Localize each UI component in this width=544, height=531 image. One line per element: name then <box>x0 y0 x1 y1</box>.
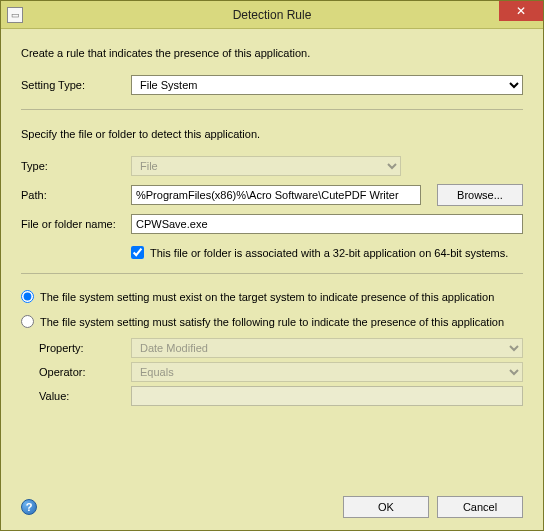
type-row: Type: File <box>21 156 523 176</box>
radio-rule-label: The file system setting must satisfy the… <box>40 316 504 328</box>
browse-button[interactable]: Browse... <box>437 184 523 206</box>
intro-text: Create a rule that indicates the presenc… <box>21 47 523 59</box>
radio-exist[interactable] <box>21 290 34 303</box>
radio-exist-label: The file system setting must exist on th… <box>40 291 494 303</box>
assoc-32bit-label: This file or folder is associated with a… <box>150 247 508 259</box>
value-input <box>131 386 523 406</box>
filename-row: File or folder name: <box>21 214 523 234</box>
close-icon: ✕ <box>516 4 526 18</box>
setting-type-label: Setting Type: <box>21 79 131 91</box>
operator-row: Operator: Equals <box>39 362 523 382</box>
property-label: Property: <box>39 342 131 354</box>
separator-2 <box>21 273 523 274</box>
value-label: Value: <box>39 390 131 402</box>
titlebar: ▭ Detection Rule ✕ <box>1 1 543 29</box>
radio-rule[interactable] <box>21 315 34 328</box>
client-area: Create a rule that indicates the presenc… <box>1 29 543 530</box>
property-select: Date Modified <box>131 338 523 358</box>
separator-1 <box>21 109 523 110</box>
specify-text: Specify the file or folder to detect thi… <box>21 128 523 140</box>
cancel-button[interactable]: Cancel <box>437 496 523 518</box>
path-input[interactable] <box>131 185 421 205</box>
window-title: Detection Rule <box>1 8 543 22</box>
close-button[interactable]: ✕ <box>499 1 543 21</box>
property-row: Property: Date Modified <box>39 338 523 358</box>
type-label: Type: <box>21 160 131 172</box>
operator-select: Equals <box>131 362 523 382</box>
radio-exist-row: The file system setting must exist on th… <box>21 290 523 303</box>
app-icon: ▭ <box>7 7 23 23</box>
operator-label: Operator: <box>39 366 131 378</box>
rule-subgroup: Property: Date Modified Operator: Equals… <box>39 334 523 410</box>
assoc-32bit-row: This file or folder is associated with a… <box>131 246 523 259</box>
setting-type-row: Setting Type: File System <box>21 75 523 95</box>
path-label: Path: <box>21 189 131 201</box>
help-icon[interactable]: ? <box>21 499 37 515</box>
filename-label: File or folder name: <box>21 218 131 230</box>
footer: ? OK Cancel <box>21 486 523 518</box>
filename-input[interactable] <box>131 214 523 234</box>
setting-type-select[interactable]: File System <box>131 75 523 95</box>
path-row: Path: Browse... <box>21 184 523 206</box>
value-row: Value: <box>39 386 523 406</box>
detection-rule-window: ▭ Detection Rule ✕ Create a rule that in… <box>0 0 544 531</box>
assoc-32bit-checkbox[interactable] <box>131 246 144 259</box>
ok-button[interactable]: OK <box>343 496 429 518</box>
radio-rule-row: The file system setting must satisfy the… <box>21 315 523 328</box>
type-select: File <box>131 156 401 176</box>
